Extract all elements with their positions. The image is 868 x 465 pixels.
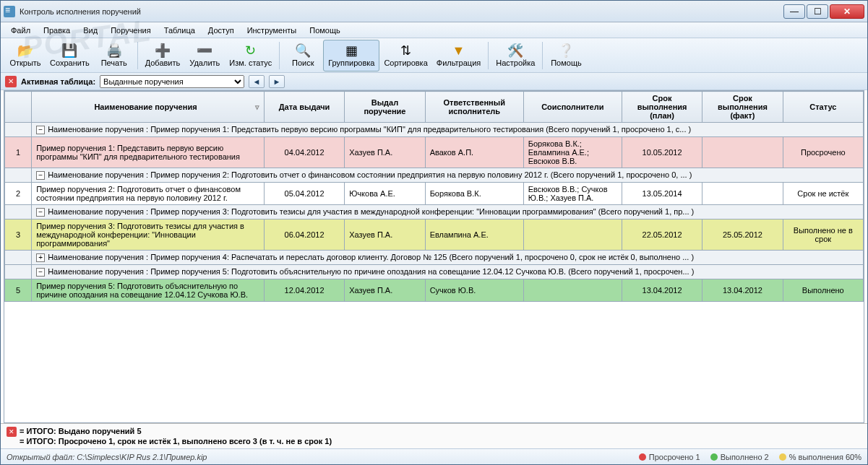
collapse-icon[interactable]: − — [36, 268, 45, 277]
close-button[interactable]: ✕ — [830, 4, 864, 19]
status-done: Выполнено 2 — [721, 453, 769, 461]
folder-icon: 📂 — [17, 44, 33, 57]
group-button[interactable]: ▦Группировка — [323, 40, 379, 71]
filter-button[interactable]: ▼Фильтрация — [432, 40, 485, 71]
table-row[interactable]: 3 Пример поручения 3: Подготовить тезисы… — [5, 220, 864, 251]
col-responsible[interactable]: Ответственный исполнитель — [425, 92, 523, 123]
expand-icon[interactable]: + — [36, 253, 45, 262]
cell-plan: 10.05.2012 — [622, 137, 702, 168]
gear-icon: 🛠️ — [507, 44, 523, 57]
save-button[interactable]: 💾Сохранить — [46, 40, 94, 71]
open-file-path: C:\Simplecs\KIP Rus 2.1\Пример.kip — [77, 453, 207, 461]
maximize-button[interactable]: ☐ — [807, 4, 828, 19]
group-row[interactable]: −Наименование поручения : Пример поручен… — [5, 265, 864, 279]
search-icon: 🔍 — [295, 44, 311, 57]
group-row[interactable]: −Наименование поручения : Пример поручен… — [5, 205, 864, 220]
cell-date: 04.04.2012 — [264, 137, 344, 168]
group-row[interactable]: +Наименование поручения : Пример поручен… — [5, 251, 864, 265]
summary-line1: = ИТОГО: Выдано поручений 5 — [20, 427, 142, 435]
search-button[interactable]: 🔍Поиск — [283, 40, 323, 71]
cell-issuer: Хазуев П.А. — [345, 137, 425, 168]
col-coexec[interactable]: Соисполнители — [523, 92, 622, 123]
filter-icon: ▼ — [452, 44, 465, 57]
toolbar: 📂Открыть 💾Сохранить 🖨️Печать ➕Добавить ➖… — [1, 38, 867, 73]
menu-view[interactable]: Вид — [77, 25, 103, 36]
col-status[interactable]: Статус — [783, 92, 863, 123]
col-due-plan[interactable]: Срок выполнения (план) — [622, 92, 702, 123]
app-icon — [4, 6, 15, 17]
active-table-select[interactable]: Выданные поручения — [100, 75, 244, 88]
cell-name: Пример поручения 1: Представить первую в… — [32, 137, 265, 168]
cell-resp: Аваков А.П. — [425, 137, 523, 168]
add-button[interactable]: ➕Добавить — [141, 40, 185, 71]
row-number: 1 — [5, 137, 32, 168]
cell-status: Просрочено — [783, 137, 863, 168]
collapse-icon[interactable]: − — [36, 126, 45, 134]
cell-co: Борякова В.К.; Евлампина А.Е.; Евсюков В… — [523, 137, 622, 168]
menu-table[interactable]: Таблица — [158, 25, 201, 36]
minimize-button[interactable]: — — [783, 4, 805, 19]
separator — [279, 42, 280, 69]
menu-file[interactable]: Файл — [5, 25, 36, 36]
status-dot-red — [639, 453, 646, 461]
delete-icon: ➖ — [197, 44, 212, 57]
status-dot-green — [710, 453, 718, 461]
table-row[interactable]: 2 Пример поручения 2: Подготовить отчет … — [5, 183, 864, 205]
statusbar: Открытый файл: C:\Simplecs\KIP Rus 2.1\П… — [1, 448, 867, 464]
menubar: Файл Правка Вид Поручения Таблица Доступ… — [1, 22, 867, 38]
status-overdue: Просрочено 1 — [649, 453, 700, 461]
refresh-icon: ↻ — [245, 44, 256, 57]
sort-icon: ⇅ — [400, 44, 411, 57]
separator — [488, 42, 489, 69]
col-date[interactable]: Дата выдачи — [264, 92, 344, 123]
change-status-button[interactable]: ↻Изм. статус — [225, 40, 276, 71]
menu-help[interactable]: Помощь — [304, 25, 346, 36]
close-summary-icon[interactable]: ✕ — [7, 427, 17, 437]
add-icon: ➕ — [155, 44, 171, 57]
group-row[interactable]: −Наименование поручения : Пример поручен… — [5, 123, 864, 137]
close-tab-button[interactable]: ✕ — [5, 76, 17, 87]
cell-fact — [702, 137, 783, 168]
save-icon: 💾 — [61, 44, 77, 57]
summary-panel: ✕= ИТОГО: Выдано поручений 5 = ИТОГО: Пр… — [1, 423, 867, 448]
open-button[interactable]: 📂Открыть — [5, 40, 46, 71]
summary-line2: = ИТОГО: Просрочено 1, срок не истёк 1, … — [20, 437, 332, 446]
help-button[interactable]: ❔Помощь — [546, 40, 586, 71]
titlebar: Контроль исполнения поручений — ☐ ✕ — [1, 1, 867, 22]
delete-button[interactable]: ➖Удалить — [184, 40, 225, 71]
table-row[interactable]: 5 Пример поручения 5: Подготовить объясн… — [5, 279, 864, 302]
menu-tasks[interactable]: Поручения — [105, 25, 157, 36]
data-grid[interactable]: Наименование поручения ▿ Дата выдачи Выд… — [4, 90, 864, 423]
menu-edit[interactable]: Правка — [38, 25, 76, 36]
sub-toolbar: ✕ Активная таблица: Выданные поручения ◄… — [1, 73, 867, 90]
menu-tools[interactable]: Инструменты — [241, 25, 303, 36]
help-icon: ❔ — [558, 44, 574, 57]
group-icon: ▦ — [345, 44, 358, 57]
settings-button[interactable]: 🛠️Настройка — [491, 40, 539, 71]
col-due-fact[interactable]: Срок выполнения (факт) — [702, 92, 783, 123]
active-table-label: Активная таблица: — [21, 77, 95, 86]
table-row[interactable]: 1 Пример поручения 1: Представить первую… — [5, 137, 864, 168]
window-title: Контроль исполнения поручений — [20, 7, 783, 16]
separator — [137, 42, 138, 69]
print-icon: 🖨️ — [106, 44, 122, 57]
collapse-icon[interactable]: − — [36, 171, 45, 180]
separator — [542, 42, 543, 69]
col-issuer[interactable]: Выдал поручение — [345, 92, 425, 123]
group-row[interactable]: −Наименование поручения : Пример поручен… — [5, 168, 864, 183]
nav-next-button[interactable]: ► — [269, 75, 285, 88]
col-number[interactable] — [5, 92, 32, 123]
col-name[interactable]: Наименование поручения ▿ — [32, 92, 265, 123]
collapse-icon[interactable]: − — [36, 208, 45, 217]
sort-button[interactable]: ⇅Сортировка — [379, 40, 431, 71]
status-percent: % выполнения 60% — [789, 453, 861, 461]
print-button[interactable]: 🖨️Печать — [94, 40, 134, 71]
nav-prev-button[interactable]: ◄ — [249, 75, 265, 88]
open-file-label: Открытый файл: — [7, 453, 74, 461]
status-dot-yellow — [779, 453, 786, 461]
menu-access[interactable]: Доступ — [202, 25, 240, 36]
